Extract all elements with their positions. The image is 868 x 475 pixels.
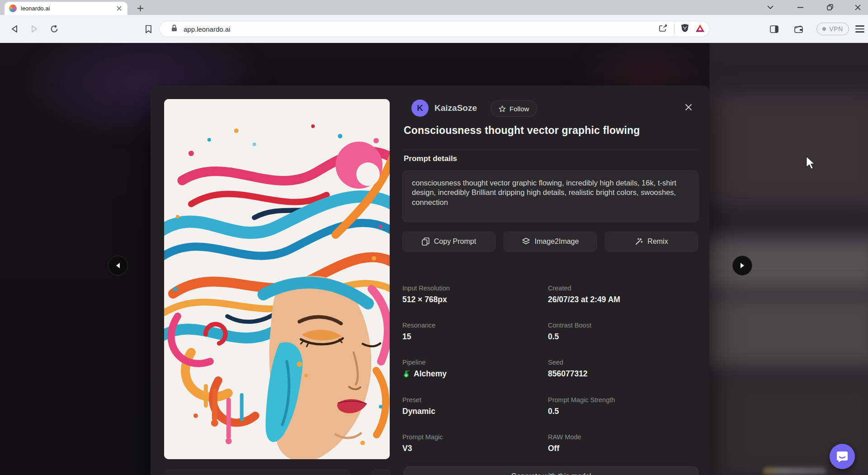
detail-value: Dynamic [402,407,538,416]
detail-label: Pipeline [402,359,538,366]
browser-toolbar: app.leonardo.ai [0,15,868,43]
author-avatar[interactable]: K [411,100,429,117]
detail-value: Alchemy [402,369,538,379]
potion-icon [402,370,410,378]
detail-value: 512 × 768px [402,295,538,304]
image-detail-modal: K KaizaSoze Follow Consciousness thought… [151,86,709,475]
mouse-cursor [805,156,816,171]
forward-button[interactable] [25,20,43,38]
bookmarks-button[interactable] [139,20,157,38]
window-close-button[interactable] [847,0,868,14]
chevron-right-icon [740,262,745,269]
detail-label: Resonance [402,322,538,329]
close-icon [685,104,692,111]
detail-value: 15 [402,332,538,342]
modal-close-button[interactable] [681,100,696,115]
detail-created: Created 26/07/23 at 2:49 AM [548,285,684,304]
page-backdrop: K KaizaSoze Follow Consciousness thought… [0,43,868,475]
reload-button[interactable] [45,20,63,38]
detail-label: RAW Mode [548,433,684,441]
generate-label: Generate with this model [511,472,591,475]
generate-with-model-button[interactable]: Generate with this model [404,466,698,475]
support-chat-button[interactable] [830,444,855,469]
prompt-text: consciousness thought vector graphic flo… [412,178,689,207]
vpn-button[interactable]: VPN [816,23,849,35]
detail-value: V3 [402,444,538,453]
prompt-details-heading: Prompt details [404,154,457,163]
toolbar-divider [674,24,675,33]
url-bar[interactable]: app.leonardo.ai [159,21,710,37]
leonardo-favicon-icon [9,5,17,12]
window-chevron-button[interactable] [760,0,781,14]
author-name[interactable]: KaizaSoze [434,103,477,113]
next-image-button[interactable] [732,256,752,276]
detail-label: Contrast Boost [548,322,684,329]
brave-shield-icon[interactable] [681,24,689,34]
bottom-bar-partial[interactable] [164,470,349,475]
detail-value: 0.5 [548,332,684,342]
detail-label: Seed [548,359,684,366]
detail-preset: Preset Dynamic [402,396,538,416]
window-restore-button[interactable] [820,0,840,14]
remix-label: Remix [647,238,668,246]
vpn-label: VPN [829,25,843,33]
url-text: app.leonardo.ai [184,25,230,33]
detail-value: 856077312 [548,369,684,379]
pipeline-value: Alchemy [414,369,447,379]
detail-value: 26/07/23 at 2:49 AM [548,295,684,304]
detail-contrast-boost: Contrast Boost 0.5 [548,322,684,342]
follow-button[interactable]: Follow [491,100,537,117]
detail-seed: Seed 856077312 [548,359,684,379]
copy-icon [422,238,429,246]
detail-prompt-magic: Prompt Magic V3 [402,433,538,453]
detail-value: Off [548,444,684,453]
sidebar-panel-icon[interactable] [765,20,783,38]
detail-label: Prompt Magic [402,433,538,441]
star-icon [499,105,506,112]
tab-strip: leonardo.ai [0,0,868,15]
vpn-status-dot [822,27,826,31]
follow-label: Follow [509,105,529,113]
share-icon[interactable] [659,24,668,34]
chevron-left-icon [115,262,121,269]
section-divider [402,150,698,150]
menu-icon[interactable] [855,24,864,33]
browser-window: leonardo.ai [0,0,868,475]
detail-raw-mode: RAW Mode Off [548,433,684,453]
bottom-square-button-partial[interactable] [372,470,390,475]
remix-button[interactable]: Remix [605,232,698,252]
detail-input-resolution: Input Resolution 512 × 768px [402,285,538,304]
image2image-button[interactable]: Image2Image [504,232,597,252]
detail-pipeline: Pipeline Alchemy [402,359,538,379]
wand-icon [635,238,643,246]
detail-label: Preset [402,396,538,404]
lock-icon[interactable] [171,24,177,33]
brave-rewards-icon[interactable] [695,24,705,34]
tab-title: leonardo.ai [21,5,50,12]
image2image-label: Image2Image [535,238,579,246]
tab-close-icon[interactable] [115,5,123,13]
detail-prompt-magic-strength: Prompt Magic Strength 0.5 [548,396,684,416]
copy-prompt-button[interactable]: Copy Prompt [402,232,495,252]
copy-prompt-label: Copy Prompt [434,238,476,246]
prompt-box: consciousness thought vector graphic flo… [402,171,698,222]
detail-label: Created [548,285,684,292]
window-minimize-button[interactable] [790,0,811,14]
detail-resonance: Resonance 15 [402,322,538,342]
previous-image-button[interactable] [108,256,128,276]
layers-icon [522,238,530,246]
wallet-icon[interactable] [789,20,807,38]
new-tab-button[interactable] [134,2,146,14]
background-watermark [763,467,826,475]
browser-tab[interactable]: leonardo.ai [5,2,127,15]
dimmed-gallery-backdrop [709,43,868,475]
artwork-illustration [164,99,390,459]
detail-value: 0.5 [548,407,684,416]
detail-label: Input Resolution [402,285,538,292]
generated-artwork-image [164,99,390,459]
back-button[interactable] [5,20,24,38]
detail-label: Prompt Magic Strength [548,396,684,404]
image-title: Consciousness thought vector graphic flo… [404,124,698,137]
chat-bubble-icon [835,450,849,463]
